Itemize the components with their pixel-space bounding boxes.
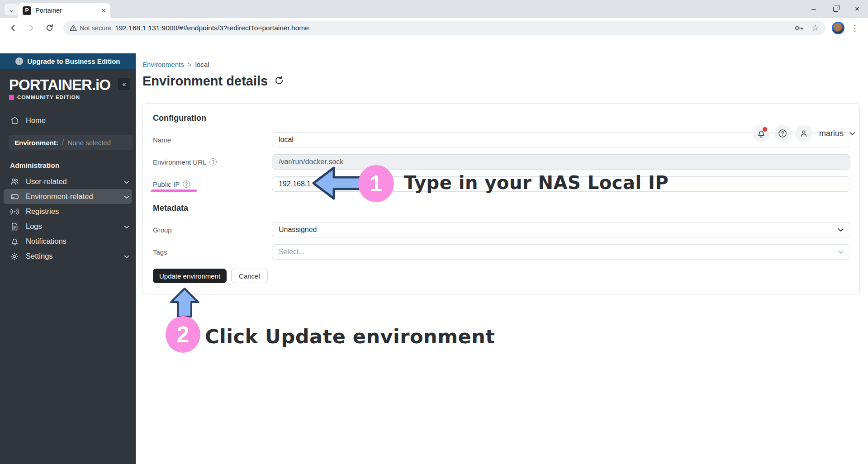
cancel-button[interactable]: Cancel xyxy=(231,269,268,283)
browser-menu-icon[interactable]: ⋮ xyxy=(847,23,863,33)
sidebar-item-label: Registries xyxy=(26,207,129,216)
chevron-down-icon: ⌄ xyxy=(9,6,14,13)
restore-icon xyxy=(833,7,838,12)
help-button[interactable] xyxy=(774,125,791,142)
slash-icon: / xyxy=(62,138,64,147)
breadcrumb-environments-link[interactable]: Environments xyxy=(142,61,184,68)
page-title: Environment details xyxy=(142,74,268,89)
tab-search-button[interactable]: ⌄ xyxy=(5,4,18,15)
sidebar-item-home[interactable]: Home xyxy=(0,112,136,129)
step2-instruction: Click Update environment xyxy=(205,325,495,348)
restore-button[interactable] xyxy=(825,0,846,18)
environment-label: Environment: xyxy=(14,139,58,147)
sidebar: ↑ Upgrade to Business Edition PORTAINER.… xyxy=(0,53,136,464)
file-icon xyxy=(10,223,19,231)
tags-placeholder: Select... xyxy=(279,248,305,256)
tags-select[interactable]: Select... xyxy=(272,244,850,260)
minimize-button[interactable]: – xyxy=(803,0,825,18)
warning-icon xyxy=(70,24,77,31)
step2-arrow-up-icon xyxy=(170,288,199,317)
upgrade-banner-label: Upgrade to Business Edition xyxy=(27,57,120,65)
environment-url-label: Environment URL xyxy=(153,158,206,166)
breadcrumb-current: local xyxy=(195,61,209,68)
sidebar-item-label: Logs xyxy=(26,222,117,231)
step2-badge: 2 xyxy=(166,316,200,353)
notifications-button[interactable] xyxy=(753,125,770,142)
sidebar-collapse-button[interactable]: « xyxy=(118,78,130,90)
browser-profile-avatar[interactable] xyxy=(832,22,844,34)
chevron-down-icon xyxy=(124,252,129,260)
step1-badge: 1 xyxy=(358,165,394,202)
users-icon xyxy=(10,178,19,185)
public-ip-label: Public IP xyxy=(153,180,180,188)
sidebar-item-label: Environment-related xyxy=(26,192,117,201)
server-icon xyxy=(10,193,19,200)
gear-icon xyxy=(10,252,19,260)
sidebar-item-notifications[interactable]: Notifications xyxy=(0,234,136,249)
tags-label: Tags xyxy=(153,248,167,256)
upgrade-banner[interactable]: ↑ Upgrade to Business Edition xyxy=(0,53,136,69)
home-icon xyxy=(10,116,19,124)
user-menu-chevron-icon[interactable] xyxy=(849,129,855,137)
password-key-icon[interactable] xyxy=(795,25,804,31)
chevron-down-icon xyxy=(124,177,129,186)
browser-toolbar: Not secure 192.168.1.131:9000/#!/endpoin… xyxy=(0,18,868,38)
chevron-down-icon xyxy=(838,228,844,232)
close-button[interactable]: × xyxy=(846,0,868,18)
administration-section-label: Administration xyxy=(10,161,136,170)
question-circle-icon xyxy=(778,129,787,138)
upgrade-arrow-icon: ↑ xyxy=(15,57,23,65)
group-value: Unassigned xyxy=(279,226,317,234)
bell-icon xyxy=(10,237,19,246)
bookmarks-bar xyxy=(0,38,868,53)
chevron-down-icon xyxy=(838,250,844,254)
sidebar-item-logs[interactable]: Logs xyxy=(0,219,136,234)
sidebar-item-label: User-related xyxy=(26,177,117,186)
breadcrumb: Environments > local xyxy=(142,61,860,68)
reload-button[interactable] xyxy=(42,20,57,36)
group-label: Group xyxy=(153,226,172,234)
portainer-favicon-icon: P xyxy=(23,6,31,15)
broadcast-icon xyxy=(10,208,19,215)
portainer-logo: PORTAINER.iO xyxy=(9,78,110,92)
name-label: Name xyxy=(153,136,171,144)
window-controls: – × xyxy=(803,0,868,18)
environment-selector[interactable]: Environment: / None selected xyxy=(9,135,133,150)
url-bar[interactable]: Not secure 192.168.1.131:9000/#!/endpoin… xyxy=(63,21,825,35)
sidebar-item-environment-related[interactable]: Environment-related xyxy=(4,189,132,204)
sidebar-item-label: Notifications xyxy=(26,237,129,246)
sidebar-item-label: Home xyxy=(26,116,129,125)
sidebar-item-registries[interactable]: Registries xyxy=(0,204,136,219)
sidebar-item-user-related[interactable]: User-related xyxy=(0,174,136,189)
back-button[interactable] xyxy=(5,20,21,36)
browser-tab-strip: ⌄ P Portainer × – × xyxy=(0,0,868,18)
help-tooltip-icon[interactable]: ? xyxy=(183,180,190,188)
tab-close-icon[interactable]: × xyxy=(101,7,106,14)
not-secure-chip[interactable]: Not secure xyxy=(70,24,111,32)
not-secure-label: Not secure xyxy=(80,24,111,32)
public-ip-highlight-bar xyxy=(151,189,197,192)
tab-title: Portainer xyxy=(35,7,97,14)
person-icon xyxy=(800,129,808,137)
username: marius xyxy=(819,129,844,138)
refresh-icon[interactable] xyxy=(274,76,284,87)
group-select[interactable]: Unassigned xyxy=(272,222,850,237)
configuration-heading: Configuration xyxy=(153,114,850,123)
update-environment-button[interactable]: Update environment xyxy=(153,269,227,283)
help-tooltip-icon[interactable]: ? xyxy=(209,158,217,166)
edition-square-icon xyxy=(9,95,14,100)
forward-button[interactable] xyxy=(24,20,39,36)
main-content: Environments > local Environment details… xyxy=(136,53,868,464)
bookmark-star-icon[interactable]: ☆ xyxy=(811,24,819,32)
notification-badge xyxy=(763,127,767,132)
metadata-heading: Metadata xyxy=(153,204,850,213)
user-avatar[interactable] xyxy=(795,125,812,142)
url-text: 192.168.1.131:9000/#!/endpoints/3?redire… xyxy=(115,24,791,32)
sidebar-item-settings[interactable]: Settings xyxy=(0,249,136,264)
step1-instruction: Type in your NAS Local IP xyxy=(404,172,669,193)
browser-tab[interactable]: P Portainer × xyxy=(18,3,110,18)
chevron-down-icon xyxy=(124,222,129,231)
page-viewport: ↑ Upgrade to Business Edition PORTAINER.… xyxy=(0,53,868,464)
edition-label: COMMUNITY EDITION xyxy=(9,95,127,100)
chevron-down-icon xyxy=(124,192,129,201)
